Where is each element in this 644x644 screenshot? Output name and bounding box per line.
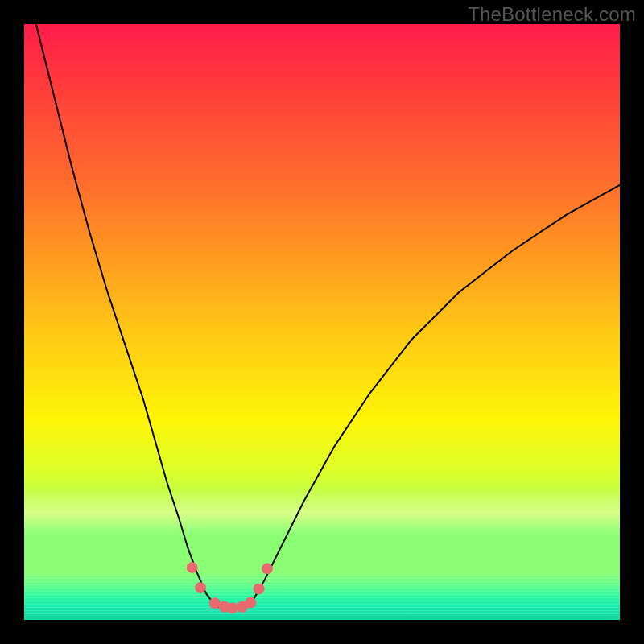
curve-left-branch [36, 24, 215, 605]
valley-marker [195, 582, 206, 593]
valley-marker [262, 563, 273, 574]
valley-markers [187, 562, 273, 613]
curve-layer [24, 24, 620, 620]
curve-right-branch [250, 185, 620, 605]
chart-frame: TheBottleneck.com [0, 0, 644, 644]
watermark-text: TheBottleneck.com [468, 3, 636, 26]
valley-marker [245, 597, 256, 609]
valley-marker [187, 562, 198, 573]
valley-marker [254, 584, 265, 595]
plot-area [24, 24, 620, 620]
valley-marker [227, 602, 238, 613]
